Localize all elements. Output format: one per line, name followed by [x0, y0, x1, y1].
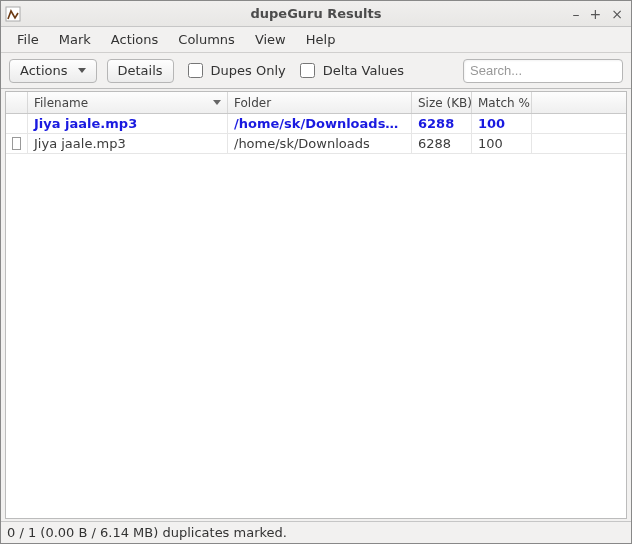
delta-values-checkbox[interactable] [300, 63, 315, 78]
details-button-label: Details [118, 63, 163, 78]
titlebar: dupeGuru Results – + × [1, 1, 631, 27]
column-folder[interactable]: Folder [228, 92, 412, 113]
cell-size: 6288 [412, 134, 472, 153]
menu-view[interactable]: View [245, 29, 296, 50]
dupes-only-label: Dupes Only [211, 63, 286, 78]
app-icon [5, 6, 21, 22]
column-match[interactable]: Match % [472, 92, 532, 113]
cell-filename: Jiya jaale.mp3 [28, 134, 228, 153]
close-button[interactable]: × [611, 6, 623, 22]
window-controls: – + × [573, 6, 627, 22]
column-size[interactable]: Size (KB) [412, 92, 472, 113]
menu-columns[interactable]: Columns [168, 29, 245, 50]
row-checkbox-cell[interactable] [6, 134, 28, 153]
cell-folder: /home/sk/Downloads… [228, 114, 412, 133]
menubar: File Mark Actions Columns View Help [1, 27, 631, 53]
maximize-button[interactable]: + [590, 6, 602, 22]
delta-values-toggle[interactable]: Delta Values [296, 60, 404, 81]
cell-size: 6288 [412, 114, 472, 133]
window-title: dupeGuru Results [1, 6, 631, 21]
table-header: Filename Folder Size (KB) Match % [6, 92, 626, 114]
delta-values-label: Delta Values [323, 63, 404, 78]
cell-match: 100 [472, 134, 532, 153]
search-input[interactable] [463, 59, 623, 83]
column-filename[interactable]: Filename [28, 92, 228, 113]
row-checkbox-cell [6, 114, 28, 133]
actions-dropdown-label: Actions [20, 63, 68, 78]
menu-mark[interactable]: Mark [49, 29, 101, 50]
menu-actions[interactable]: Actions [101, 29, 169, 50]
statusbar: 0 / 1 (0.00 B / 6.14 MB) duplicates mark… [1, 521, 631, 543]
dupes-only-checkbox[interactable] [188, 63, 203, 78]
status-text: 0 / 1 (0.00 B / 6.14 MB) duplicates mark… [7, 525, 287, 540]
cell-match: 100 [472, 114, 532, 133]
table-row[interactable]: Jiya jaale.mp3 /home/sk/Downloads… 6288 … [6, 114, 626, 134]
minimize-button[interactable]: – [573, 6, 580, 22]
cell-filename: Jiya jaale.mp3 [28, 114, 228, 133]
results-table: Filename Folder Size (KB) Match % Jiya j… [5, 91, 627, 519]
details-button[interactable]: Details [107, 59, 174, 83]
menu-file[interactable]: File [7, 29, 49, 50]
column-checkbox[interactable] [6, 92, 28, 113]
dupes-only-toggle[interactable]: Dupes Only [184, 60, 286, 81]
cell-folder: /home/sk/Downloads [228, 134, 412, 153]
table-row[interactable]: Jiya jaale.mp3 /home/sk/Downloads 6288 1… [6, 134, 626, 154]
toolbar: Actions Details Dupes Only Delta Values [1, 53, 631, 89]
actions-dropdown[interactable]: Actions [9, 59, 97, 83]
menu-help[interactable]: Help [296, 29, 346, 50]
row-checkbox[interactable] [12, 137, 21, 150]
